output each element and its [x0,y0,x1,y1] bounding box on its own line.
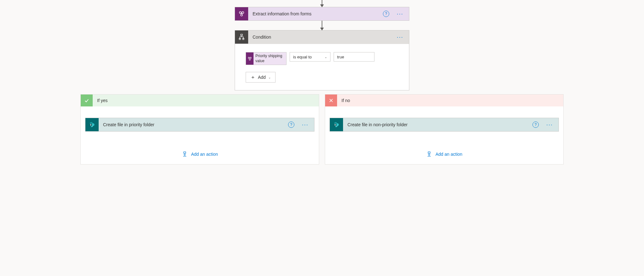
ai-builder-token-icon [246,52,254,65]
condition-title: Condition [248,35,394,40]
condition-card: Condition ··· Priority shipping value [235,30,409,90]
condition-value-input[interactable]: true [334,52,374,62]
branch-yes-header: If yes [81,95,319,106]
add-action-label: Add an action [191,152,218,157]
svg-point-15 [250,57,251,58]
add-action-link-yes[interactable]: Add an action [182,151,218,157]
more-menu-button[interactable]: ··· [394,34,407,40]
svg-text:S: S [335,124,336,126]
add-action-label: Add an action [435,152,462,157]
branch-no: If no S [325,94,564,165]
no-action-title: Create file in non-priority folder [343,122,532,127]
svg-marker-10 [239,38,241,39]
branch-yes-label: If yes [93,98,107,103]
help-button[interactable]: ? [383,11,389,17]
yes-action-header[interactable]: S Create file in priority folder ? ··· [85,118,314,131]
condition-operator-select[interactable]: is equal to ⌄ [290,52,330,62]
more-menu-button[interactable]: ··· [299,122,312,127]
branch-no-header: If no [325,95,563,106]
operator-value: is equal to [293,55,312,59]
svg-marker-11 [243,38,244,39]
condition-body: Priority shipping value is equal to ⌄ tr… [235,44,409,90]
extract-step-header[interactable]: Extract information from forms ? ··· [235,7,409,20]
condition-icon [235,30,248,44]
svg-rect-5 [241,34,243,36]
more-menu-button[interactable]: ··· [394,11,407,17]
more-menu-button[interactable]: ··· [543,122,556,127]
condition-branches: If yes S [80,94,564,165]
svg-line-4 [242,13,242,14]
sharepoint-icon: S [330,118,343,131]
svg-text:S: S [90,124,92,126]
add-action-link-no[interactable]: Add an action [426,151,462,157]
help-button[interactable]: ? [288,122,294,128]
svg-rect-22 [184,152,186,154]
add-condition-button[interactable]: ＋ Add ⌄ [246,72,276,83]
extract-step-title: Extract information from forms [248,11,383,16]
add-label: Add [258,75,266,80]
help-button[interactable]: ? [532,122,539,128]
sharepoint-icon: S [85,118,99,131]
branch-yes: If yes S [80,94,319,165]
condition-header[interactable]: Condition ··· [235,30,409,44]
condition-left-operand[interactable]: Priority shipping value [246,52,287,65]
condition-row: Priority shipping value is equal to ⌄ tr… [246,52,398,65]
add-action-icon [182,151,188,157]
arrow-into-condition [322,21,322,30]
extract-step-card[interactable]: Extract information from forms ? ··· [235,7,409,21]
condition-value-text: true [337,55,344,59]
chevron-down-icon: ⌄ [268,76,271,79]
no-action-card[interactable]: S Create file in non-priority folder ? ·… [330,118,559,132]
svg-point-16 [249,59,250,60]
svg-rect-32 [428,152,430,154]
ai-builder-icon [235,7,248,20]
yes-action-card[interactable]: S Create file in priority folder ? ··· [85,118,314,132]
yes-action-title: Create file in priority folder [99,122,288,127]
no-action-header[interactable]: S Create file in non-priority folder ? ·… [330,118,559,131]
svg-point-2 [241,14,243,16]
add-action-icon [426,151,432,157]
check-icon [81,95,93,106]
x-icon [325,95,337,106]
svg-point-14 [248,57,249,58]
arrow-into-extract [322,0,322,7]
token-label: Priority shipping value [254,52,286,65]
branch-no-label: If no [337,98,350,103]
chevron-down-icon: ⌄ [325,55,327,59]
plus-icon: ＋ [250,74,255,81]
